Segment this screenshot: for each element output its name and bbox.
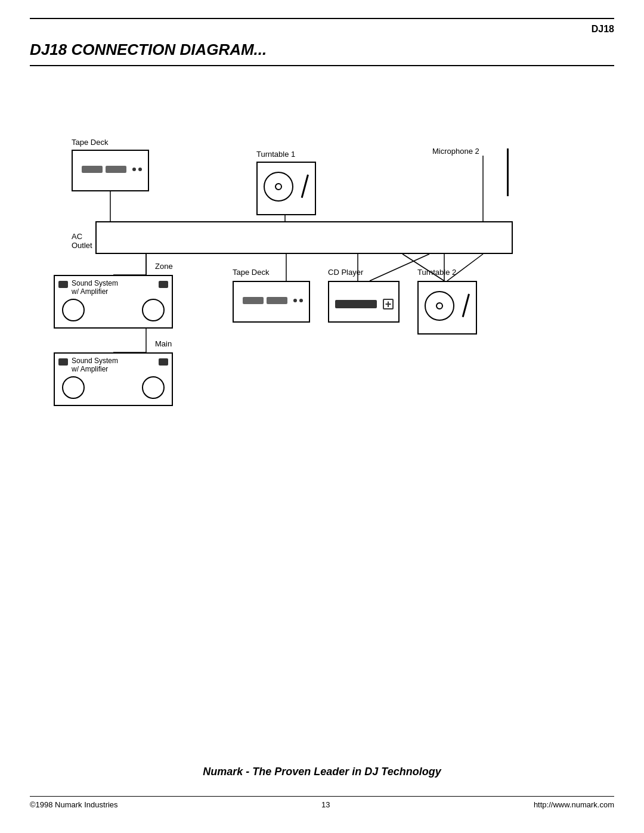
page-title: DJ18 CONNECTION DIAGRAM... (30, 41, 614, 66)
page: DJ18 DJ18 CONNECTION DIAGRAM... (0, 0, 644, 833)
tape-deck-2-label: Tape Deck (233, 268, 269, 277)
website: http://www.numark.com (534, 800, 614, 809)
copyright: ©1998 Numark Industries (30, 800, 118, 809)
main-label: Main (155, 339, 172, 348)
sound-system-zone: Sound System w/ Amplifier (54, 275, 173, 329)
turntable-1-label: Turntable 1 (256, 150, 295, 159)
turntable-2 (417, 281, 477, 335)
main-sound-system-label: Sound System w/ Amplifier (55, 354, 172, 373)
turntable-1 (256, 162, 316, 215)
zone-label: Zone (155, 262, 173, 271)
cd-player: + (328, 281, 400, 323)
footer-bottom: ©1998 Numark Industries 13 http://www.nu… (30, 796, 614, 809)
sound-system-main: Sound System w/ Amplifier (54, 352, 173, 406)
turntable-2-label: Turntable 2 (417, 268, 456, 277)
footer-tagline: Numark - The Proven Leader in DJ Technol… (30, 766, 614, 778)
mixer-unit (95, 221, 513, 254)
footer: Numark - The Proven Leader in DJ Technol… (30, 766, 614, 809)
microphone-2-label: Microphone 2 (432, 147, 479, 156)
cd-player-label: CD Player (328, 268, 363, 277)
diagram-area: Tape Deck Turntable 1 Microphone 2 AC Ou… (36, 78, 608, 424)
header-line (30, 18, 614, 19)
page-number: 13 (321, 800, 330, 809)
tape-deck-1 (72, 150, 149, 191)
brand-label: DJ18 (30, 24, 614, 35)
ac-outlet-label: AC Outlet (72, 232, 92, 250)
tape-deck-1-label: Tape Deck (72, 138, 108, 147)
tape-deck-2 (233, 281, 310, 323)
mic-icon (507, 148, 509, 196)
zone-sound-system-label: Sound System w/ Amplifier (55, 276, 172, 296)
